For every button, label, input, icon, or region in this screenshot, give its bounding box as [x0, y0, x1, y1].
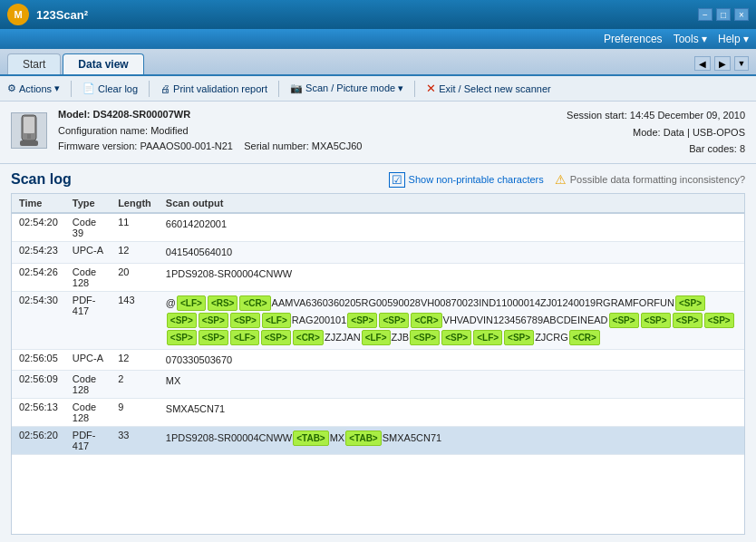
scan-log-actions: ☑ Show non-printable characters ⚠ Possib… — [389, 172, 745, 188]
tab-dropdown-button[interactable]: ▼ — [734, 56, 749, 71]
device-icon — [11, 112, 47, 149]
warning-icon: ⚠ — [555, 172, 567, 187]
session-value: 14:45 December 09, 2010 — [630, 110, 745, 121]
show-nonprintable-button[interactable]: ☑ Show non-printable characters — [389, 172, 544, 188]
table-row: 02:56:09Code 1282MX — [12, 371, 744, 399]
app-title: 123Scan² — [36, 8, 88, 22]
tabs: Start Data view — [7, 53, 144, 74]
cell-time: 02:54:23 — [12, 242, 65, 264]
maximize-button[interactable]: □ — [716, 8, 731, 21]
scan-table-container[interactable]: Time Type Length Scan output 02:54:20Cod… — [11, 193, 745, 535]
print-validation-button[interactable]: 🖨 Print validation report — [160, 83, 267, 94]
firmware-value: PAAAOS00-001-N21 — [140, 140, 233, 151]
cell-scan-output: 1PDS9208-SR00004CNWW — [159, 263, 744, 291]
actions-button[interactable]: ⚙ Actions ▾ — [7, 82, 60, 94]
table-row: 02:54:20Code 391166014202001 — [12, 213, 744, 242]
cell-length: 9 — [111, 399, 159, 427]
menu-bar: Preferences Tools ▾ Help ▾ — [0, 29, 756, 49]
menu-help[interactable]: Help ▾ — [718, 33, 749, 45]
table-row: 02:56:20PDF-417331PDS9208-SR00004CNWW<TA… — [12, 427, 744, 455]
cell-scan-output: MX — [159, 371, 744, 399]
cell-type: Code 128 — [65, 263, 111, 291]
session-label: Session start: — [567, 110, 627, 121]
cell-type: PDF-417 — [65, 291, 111, 349]
barcodes-label: Bar codes: — [689, 143, 737, 154]
exit-scanner-button[interactable]: ✕ Exit / Select new scanner — [426, 82, 551, 95]
mode-value: Data | USB-OPOS — [664, 127, 745, 138]
tab-prev-button[interactable]: ◀ — [694, 56, 711, 71]
config-label: Configuration name: — [58, 125, 148, 136]
col-length: Length — [111, 194, 159, 213]
cell-type: UPC-A — [65, 349, 111, 371]
device-text: Model: DS4208-SR00007WR Configuration na… — [58, 107, 362, 155]
table-row: 02:56:05UPC-A12070330503670 — [12, 349, 744, 371]
scan-picture-button[interactable]: 📷 Scan / Picture mode ▾ — [290, 82, 403, 94]
col-type: Type — [65, 194, 111, 213]
print-icon: 🖨 — [160, 83, 170, 94]
firmware-label: Firmware version: — [58, 140, 137, 151]
window-controls[interactable]: − □ × — [698, 8, 749, 21]
mode-label: Mode: — [633, 127, 661, 138]
cell-type: UPC-A — [65, 242, 111, 264]
clear-log-button[interactable]: 📄 Clear log — [82, 82, 138, 94]
svg-rect-4 — [20, 140, 38, 146]
svg-text:M: M — [14, 9, 22, 20]
cell-length: 143 — [111, 291, 159, 349]
col-scan-output: Scan output — [159, 194, 744, 213]
tab-navigation: ◀ ▶ ▼ — [694, 56, 749, 74]
toolbar: ⚙ Actions ▾ 📄 Clear log 🖨 Print validati… — [0, 76, 756, 102]
cell-length: 20 — [111, 263, 159, 291]
menu-tools[interactable]: Tools ▾ — [674, 33, 707, 45]
exit-icon: ✕ — [426, 82, 436, 95]
table-row: 02:54:23UPC-A12041540564010 — [12, 242, 744, 264]
title-bar: M 123Scan² − □ × — [0, 0, 756, 29]
main-window: Start Data view ◀ ▶ ▼ ⚙ Actions ▾ 📄 Clea… — [0, 49, 756, 542]
cell-length: 12 — [111, 242, 159, 264]
table-row: 02:54:26Code 128201PDS9208-SR00004CNWW — [12, 263, 744, 291]
model-label: Model: — [58, 109, 90, 120]
session-info: Session start: 14:45 December 09, 2010 M… — [567, 107, 745, 158]
cell-length: 12 — [111, 349, 159, 371]
barcodes-value: 8 — [740, 143, 745, 154]
app-logo: M — [7, 4, 29, 25]
inconsistency-warning[interactable]: ⚠ Possible data formatting inconsistency… — [555, 172, 745, 187]
clear-log-icon: 📄 — [82, 82, 95, 94]
tab-next-button[interactable]: ▶ — [714, 56, 731, 71]
cell-length: 2 — [111, 371, 159, 399]
cell-length: 33 — [111, 427, 159, 455]
cell-scan-output: 1PDS9208-SR00004CNWW<TAB>MX<TAB>SMXA5CN7… — [159, 427, 744, 455]
menu-preferences[interactable]: Preferences — [604, 33, 663, 45]
close-button[interactable]: × — [734, 8, 749, 21]
actions-dropdown-icon: ▾ — [54, 82, 60, 94]
minimize-button[interactable]: − — [698, 8, 712, 21]
scan-table: Time Type Length Scan output 02:54:20Cod… — [12, 194, 744, 455]
table-row: 02:54:30PDF-417143@<LF><RS><CR>AAMVA6360… — [12, 291, 744, 349]
cell-time: 02:54:20 — [12, 213, 65, 242]
cell-type: Code 128 — [65, 371, 111, 399]
table-row: 02:56:13Code 1289SMXA5CN71 — [12, 399, 744, 427]
cell-scan-output: SMXA5CN71 — [159, 399, 744, 427]
cell-scan-output: 66014202001 — [159, 213, 744, 242]
svg-rect-3 — [24, 117, 34, 133]
cell-length: 11 — [111, 213, 159, 242]
cell-type: PDF-417 — [65, 427, 111, 455]
toolbar-separator-4 — [414, 81, 415, 97]
actions-icon: ⚙ — [7, 82, 16, 94]
tab-start[interactable]: Start — [7, 53, 61, 74]
cell-type: Code 128 — [65, 399, 111, 427]
toolbar-separator-1 — [71, 81, 72, 97]
serial-value: MXA5CJ60 — [312, 140, 363, 151]
cell-scan-output: 041540564010 — [159, 242, 744, 264]
col-time: Time — [12, 194, 65, 213]
cell-time: 02:54:26 — [12, 263, 65, 291]
cell-type: Code 39 — [65, 213, 111, 242]
table-header-row: Time Type Length Scan output — [12, 194, 744, 213]
model-value: DS4208-SR00007WR — [93, 109, 191, 120]
svg-rect-5 — [27, 134, 31, 139]
nonprintable-icon: ☑ — [389, 172, 405, 188]
device-info-panel: Model: DS4208-SR00007WR Configuration na… — [0, 102, 756, 164]
cell-scan-output: 070330503670 — [159, 349, 744, 371]
scan-log-header: Scan log ☑ Show non-printable characters… — [11, 171, 745, 188]
tab-data-view[interactable]: Data view — [63, 53, 143, 74]
cell-time: 02:54:30 — [12, 291, 65, 349]
